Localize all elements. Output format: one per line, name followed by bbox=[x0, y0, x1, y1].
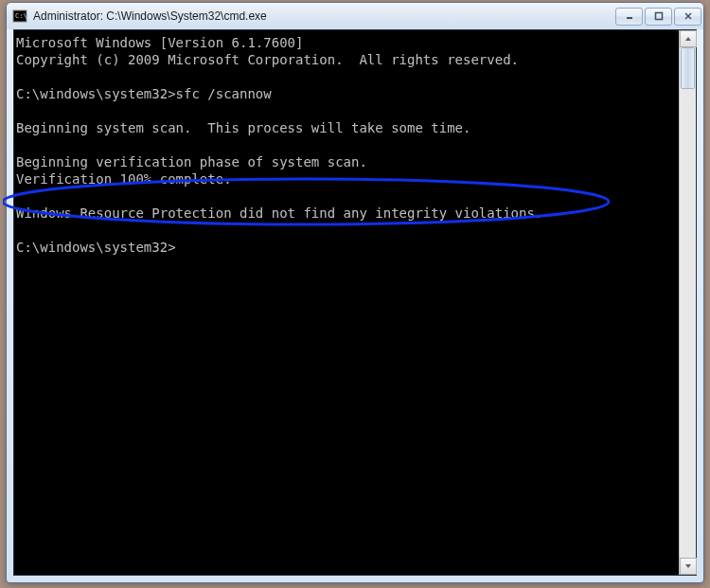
vertical-scrollbar[interactable] bbox=[679, 30, 696, 575]
svg-text:C:\: C:\ bbox=[15, 12, 27, 20]
svg-marker-6 bbox=[685, 37, 691, 41]
scroll-up-button[interactable] bbox=[680, 30, 697, 47]
scroll-down-button[interactable] bbox=[680, 558, 697, 575]
copyright-line: Copyright (c) 2009 Microsoft Corporation… bbox=[16, 52, 519, 67]
verify-begin-line: Beginning verification phase of system s… bbox=[16, 154, 367, 169]
prompt-line: C:\windows\system32> bbox=[16, 240, 176, 255]
verify-complete-line: Verification 100% complete. bbox=[16, 171, 232, 187]
close-button[interactable] bbox=[674, 8, 701, 26]
svg-marker-7 bbox=[685, 564, 691, 568]
window-title: Administrator: C:\Windows\System32\cmd.e… bbox=[33, 9, 615, 23]
scan-begin-line: Beginning system scan. This process will… bbox=[16, 120, 470, 135]
terminal-output[interactable]: Microsoft Windows [Version 6.1.7600] Cop… bbox=[14, 30, 679, 575]
scroll-thumb[interactable] bbox=[681, 47, 695, 89]
result-line: Windows Resource Protection did not find… bbox=[16, 205, 542, 221]
cmd-icon: C:\ bbox=[12, 9, 27, 24]
window-controls bbox=[615, 8, 701, 26]
terminal-frame: Microsoft Windows [Version 6.1.7600] Cop… bbox=[13, 29, 697, 576]
version-line: Microsoft Windows [Version 6.1.7600] bbox=[16, 35, 303, 50]
svg-rect-3 bbox=[655, 13, 662, 20]
minimize-button[interactable] bbox=[615, 8, 643, 26]
command-line: C:\windows\system32>sfc /scannow bbox=[16, 86, 272, 101]
maximize-button[interactable] bbox=[645, 8, 672, 26]
cmd-window: C:\ Administrator: C:\Windows\System32\c… bbox=[6, 2, 704, 583]
titlebar[interactable]: C:\ Administrator: C:\Windows\System32\c… bbox=[7, 3, 703, 29]
